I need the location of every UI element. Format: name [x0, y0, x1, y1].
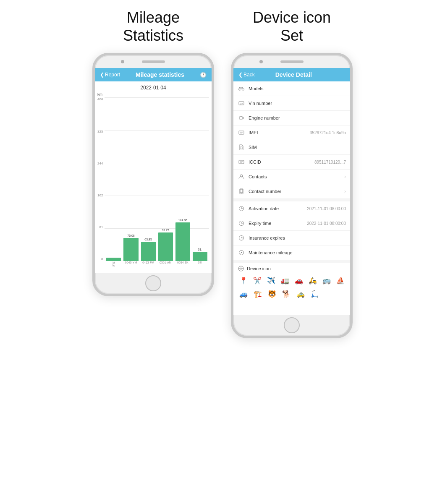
screen-right: ❮ Back Device Detail Models [233, 68, 350, 315]
icon-airplane[interactable]: ✈️ [265, 274, 277, 286]
device-icons-section: Device icon 📍 ✂️ ✈️ 🚛 🚗 🛵 🚌 [233, 263, 350, 302]
chevron-left-icon: ❮ [100, 72, 104, 78]
speaker-left [142, 60, 165, 63]
phone-icon [238, 188, 245, 195]
bar-3 [158, 232, 173, 261]
label-maintenance: Maintenance mileage [249, 250, 346, 255]
row-iccid: ICCID 89511710120...7 [233, 155, 350, 170]
value-expiry: 2022-11-01 08:00:00 [307, 221, 346, 226]
main-container: MileageStatistics ❮ Report Mileage stati… [0, 8, 445, 338]
phone-bottom-left [95, 273, 212, 294]
x-label-0: játo [106, 261, 121, 267]
label-contact-number: Contact number [249, 189, 343, 194]
svg-point-27 [240, 268, 242, 269]
label-vin: Vin number [249, 101, 346, 106]
x-label-5: 07! [193, 261, 207, 264]
bar-group-4: 124.96 [175, 219, 190, 261]
phone-bottom-right [233, 315, 350, 336]
icon-dog[interactable]: 🐕 [280, 288, 292, 300]
svg-rect-8 [239, 131, 244, 134]
icon-suv[interactable]: 🚙 [238, 288, 249, 300]
right-section: Device iconSet ❮ Back Device Detail [231, 8, 353, 338]
chevron-left-icon-right: ❮ [238, 72, 243, 78]
camera-left [121, 60, 124, 63]
icon-boat[interactable]: ⛵ [335, 274, 346, 286]
bar-group-1: 75.08 [123, 234, 138, 261]
km-label: km [97, 92, 209, 97]
contacts-icon [238, 173, 245, 180]
clock-icon-insurance [238, 234, 245, 242]
nav-back-label-right: Back [243, 72, 255, 78]
x-label-2: 0413-FM [141, 261, 156, 264]
label-insurance: Insurance expires [249, 235, 346, 240]
label-contacts: Contacts [249, 174, 343, 179]
device-icon-label: Device icon [238, 265, 346, 272]
nav-back-label: Report [105, 72, 120, 78]
sim-icon [238, 144, 245, 151]
svg-rect-0 [239, 89, 244, 90]
label-imei: IMEI [249, 130, 310, 135]
phone-top-left [95, 55, 212, 68]
icon-scissors[interactable]: ✂️ [251, 274, 263, 286]
x-label-4: 0594-3K [175, 261, 190, 264]
y-label-0: 0 [97, 257, 103, 261]
row-maintenance: Maintenance mileage [233, 245, 350, 260]
nav-back-left[interactable]: ❮ Report [100, 72, 120, 78]
row-models: Models [233, 81, 350, 96]
icon-scooter[interactable]: 🛵 [307, 274, 318, 286]
nav-bar-left: ❮ Report Mileage statistics 🕐 [95, 68, 212, 81]
clock-icon-expiry [238, 219, 245, 227]
bar-1 [123, 238, 138, 261]
icon-taxi[interactable]: 🚕 [295, 288, 306, 300]
clock-icon-nav[interactable]: 🕐 [200, 72, 207, 78]
chart-date: 2022-01-04 [97, 85, 209, 91]
phone-left: ❮ Report Mileage statistics 🕐 2022-01-04… [92, 53, 214, 296]
bar-value-5: 31. [198, 248, 202, 251]
row-engine: Engine number [233, 111, 350, 125]
nav-title-left: Mileage statistics [136, 71, 184, 78]
y-label-325: 325 [97, 130, 103, 133]
icon-kickscooter[interactable]: 🛴 [309, 288, 321, 300]
icon-bus[interactable]: 🚌 [321, 274, 332, 286]
y-label-162: 162 [97, 193, 103, 197]
bar-value-2: 63.85 [144, 238, 152, 241]
svg-text:VIN: VIN [240, 102, 243, 105]
label-iccid: ICCID [249, 159, 314, 165]
y-label-81: 81 [97, 225, 103, 229]
phone-top-right [233, 55, 350, 68]
icon-location[interactable]: 📍 [238, 274, 249, 286]
speaker-right [280, 60, 304, 63]
device-detail-list: Models VIN Vin number Engine number [233, 81, 350, 315]
nav-title-right: Device Detail [275, 71, 312, 78]
icon-row-2: 🚙 🏗️ 🐯 🐕 🚕 🛴 [238, 288, 346, 300]
row-expiry: Expiry time 2022-11-01 08:00:00 [233, 216, 350, 231]
y-label-406: 406 [97, 97, 103, 101]
value-imei: 3526721u4 1u8u9o [310, 131, 346, 135]
bar-group-5: 31. [193, 248, 207, 261]
row-vin: VIN Vin number [233, 96, 350, 111]
icon-excavator[interactable]: 🏗️ [252, 288, 264, 300]
home-button-right[interactable] [284, 317, 300, 333]
svg-rect-11 [240, 147, 243, 149]
bar-value-1: 75.08 [127, 234, 135, 237]
row-insurance: Insurance expires [233, 231, 350, 245]
left-section-title: MileageStatistics [123, 8, 183, 44]
left-section: MileageStatistics ❮ Report Mileage stati… [92, 8, 214, 338]
right-section-title: Device iconSet [253, 8, 331, 44]
label-sim: SIM [249, 145, 346, 150]
row-contact-number[interactable]: Contact number › [233, 184, 350, 199]
row-contacts[interactable]: Contacts › [233, 170, 350, 184]
wrench-icon [238, 249, 245, 256]
icon-car[interactable]: 🚗 [293, 274, 304, 286]
icon-grid: 📍 ✂️ ✈️ 🚛 🚗 🛵 🚌 ⛵ 🚙 [238, 274, 346, 300]
label-activation: Activation date [249, 206, 307, 211]
icon-tiger[interactable]: 🐯 [266, 288, 278, 300]
nav-back-right[interactable]: ❮ Back [238, 72, 255, 78]
home-button-left[interactable] [145, 275, 161, 291]
bar-value-3: 93.27 [162, 229, 169, 232]
vin-icon: VIN [238, 99, 245, 107]
x-label-3: 0501-AM [158, 261, 173, 264]
icon-truck[interactable]: 🚛 [279, 274, 291, 286]
label-engine: Engine number [249, 115, 346, 120]
bar-2 [141, 242, 156, 261]
